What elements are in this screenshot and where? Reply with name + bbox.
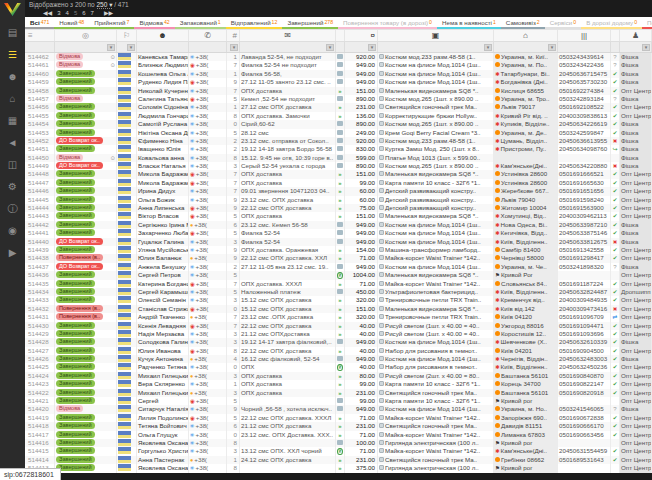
delivery-address[interactable]: Гребінки 08662 [494, 456, 558, 464]
table-row[interactable]: 514440ДО Возврат ок..Гуцалюк Галина✳+38(… [25, 238, 652, 246]
order-status[interactable]: Завершений [55, 212, 117, 220]
client-name[interactable]: Николай Кучеренко [137, 87, 189, 95]
product-name[interactable]: Карта памяти 10 класс - 32Гб *1.. [378, 179, 494, 187]
client-phone[interactable]: ✳+38( [189, 246, 227, 254]
tracking-number[interactable]: 20450632610339 [558, 338, 611, 346]
client-name[interactable]: Радченко Тетяна [137, 363, 189, 371]
product-name[interactable]: Майка-корсет Waist Trainer *142.. [378, 280, 494, 288]
product-name[interactable]: Костюм на флисе Мод.1014 (1ш.. [378, 221, 494, 229]
delivery-address[interactable]: ✱Кам'янське(Дні.. [494, 162, 558, 170]
product-name[interactable]: Костюм мод.233 разм.48-58 (1.. [378, 137, 494, 145]
status-info-icon[interactable]: ⊙ [110, 53, 115, 61]
product-name[interactable]: Рисуй светом (1шт. х 40.00 = 40.. [378, 330, 494, 338]
client-phone[interactable]: ●+38( [189, 221, 227, 229]
client-phone[interactable]: ◉+38( [189, 61, 227, 69]
country-flag-column-icon[interactable]: ⚐ [117, 30, 137, 41]
client-phone[interactable]: ✳+38( [189, 187, 227, 195]
client-phone[interactable]: ✳+38( [189, 112, 227, 120]
order-status[interactable]: Повернення (в.. [55, 313, 117, 321]
client-phone[interactable]: ◉+38( [189, 179, 227, 187]
client-name[interactable]: Юлия Иванова [137, 347, 189, 355]
product-name[interactable]: Набор для рисования в темнот.. [378, 347, 494, 355]
order-status[interactable]: Завершений [55, 422, 117, 430]
table-row[interactable]: 514431Повернення (в..Андрій Ткаченко●+38… [25, 313, 652, 321]
client-name[interactable]: Ситарчук Наталія Гр.. [137, 405, 189, 413]
client-phone[interactable]: ◉+38( [189, 322, 227, 330]
client-name[interactable]: Самотій Руслана Во.. [137, 120, 189, 128]
price-column-icon[interactable]: ¤ [345, 30, 378, 41]
page-number-3[interactable]: 3 [57, 10, 60, 16]
tracking-number[interactable]: 0501691298417 [558, 254, 611, 262]
client-name[interactable]: Сергей [137, 397, 189, 405]
filter-dropdown-icon[interactable]: ▾ [230, 44, 238, 51]
client-phone[interactable]: ✳+38( [189, 296, 227, 304]
products-icon[interactable]: ▦ [0, 110, 25, 132]
quantity-column-icon[interactable]: # [227, 30, 240, 41]
tracking-number[interactable]: 0503241546065 [558, 405, 611, 413]
table-row[interactable]: 514443ЗавершенийВіктор Власов◉+38(5ОПХ д… [25, 212, 652, 220]
order-comment[interactable]: Кемел ,52-54 не подходит [240, 95, 336, 103]
tracking-number[interactable]: 0501691093696 [558, 330, 611, 338]
tracking-number[interactable]: 20450633987210 [558, 221, 611, 229]
order-status[interactable]: ДО Возврат ок.. [55, 238, 117, 246]
order-status[interactable]: Завершений [55, 112, 117, 120]
table-row[interactable]: 514417ЗавершенийОльга Глущук✳+38(023.12 … [25, 431, 652, 439]
order-status[interactable]: Завершений [55, 355, 117, 363]
client-phone[interactable]: ◉+38( [189, 414, 227, 422]
filter-dropdown-icon[interactable]: ▾ [368, 44, 376, 51]
delivery-address[interactable]: ✱Пристроми, Пу.. [494, 145, 558, 153]
client-phone[interactable]: ✳+38( [189, 380, 227, 388]
product-name[interactable]: Гирлянда электрическая (100 л.. [378, 464, 494, 472]
table-row[interactable]: 514441ЗавершенийЗахарченко Люба◉+38(5Фиа… [25, 229, 652, 237]
order-status[interactable]: Відмова [55, 405, 117, 413]
product-name[interactable]: Детский развивающий констру.. [378, 187, 494, 195]
delivery-address[interactable]: ⚑Кривой рог [494, 397, 558, 405]
order-status[interactable]: Завершений [55, 414, 117, 422]
table-row[interactable]: 514437ДО Возврат ок..Анжела Безушку✳+38(… [25, 263, 652, 271]
delivery-column-icon[interactable]: ⌂ [494, 30, 558, 41]
order-status[interactable]: Завершений [55, 397, 117, 405]
client-phone[interactable]: ✳+38( [189, 464, 227, 472]
delivery-address[interactable]: Київ 04201 [494, 347, 558, 355]
product-name[interactable]: Куртка Замш Мод. 250 (1шт. х 8.. [378, 145, 494, 153]
product-name[interactable]: Тренировочные петли TRX Train.. [378, 296, 494, 304]
client-name[interactable]: Михаил Гилецький [137, 372, 189, 380]
delivery-address[interactable]: Кислиця 68655 [494, 87, 558, 95]
table-row[interactable]: 514447ЗавершенийМикола Бадражан◉+38(7ОПХ… [25, 179, 652, 187]
product-name[interactable]: Костюм на флисе Мод.1014 (1ш.. [378, 338, 494, 346]
table-row[interactable]: 514421ЗавершенийСергей◉+38(599.00Карта п… [25, 397, 652, 405]
client-name[interactable]: Михаил Гилецький [137, 389, 189, 397]
table-row[interactable]: 514420ВідмоваСитарчук Наталія Гр..✳+38(9… [25, 405, 652, 413]
order-status[interactable]: Завершений [55, 145, 117, 153]
tab-3[interactable]: Відмова42 [134, 17, 174, 29]
order-comment[interactable] [240, 397, 336, 405]
client-name[interactable]: Анна Липенська [137, 204, 189, 212]
table-row[interactable]: 514423ЗавершенийВера Скляренко✳+38(1ОПХ … [25, 380, 652, 388]
order-comment[interactable]: 22.12 смс ОПХ доставка [240, 204, 336, 212]
delivery-address[interactable]: Баштанка 56101 [494, 389, 558, 397]
order-comment[interactable] [240, 439, 336, 447]
delivery-address[interactable]: Чернівці 58000 [494, 254, 558, 262]
product-name[interactable]: Костюм на флисе Мод.1014 (1ш.. [378, 263, 494, 271]
client-name[interactable]: Захарченко Люба [137, 229, 189, 237]
order-comment[interactable]: ОПХ [240, 363, 336, 371]
client-name[interactable]: Кошелева Ольга Ар.. [137, 70, 189, 78]
order-comment[interactable]: Серый 52-54 уехала с города [240, 162, 336, 170]
client-phone[interactable]: ◉+38( [189, 212, 227, 220]
delivery-address[interactable]: Словьянськ 84.. [494, 280, 558, 288]
last-page-icon[interactable]: ▶▶ [104, 9, 113, 17]
tracking-number[interactable]: 0501690904500 [558, 347, 611, 355]
table-row[interactable]: 514457ВідмоваСалегина Татьяна С..◉+38(5К… [25, 95, 652, 103]
order-status[interactable]: Завершений [55, 456, 117, 464]
order-status[interactable]: Завершений [55, 78, 117, 86]
product-name[interactable]: Майка-корсет Waist Trainer *142.. [378, 447, 494, 455]
order-status[interactable]: Відмова⊙ [55, 61, 117, 69]
client-phone[interactable]: ✳+38( [189, 422, 227, 430]
client-name[interactable]: Віктор Власов [137, 212, 189, 220]
table-row[interactable]: 514414ЗавершенийАнна Пастернак●+38(124.1… [25, 456, 652, 464]
client-phone[interactable]: ✳+38( [189, 53, 227, 61]
order-comment[interactable] [240, 464, 336, 472]
table-row[interactable]: 514432Повернення (в..Станіслав Стрижак◉+… [25, 305, 652, 313]
order-status[interactable]: Завершений [55, 288, 117, 296]
client-name[interactable]: Близнюк Людмила .. [137, 61, 189, 69]
